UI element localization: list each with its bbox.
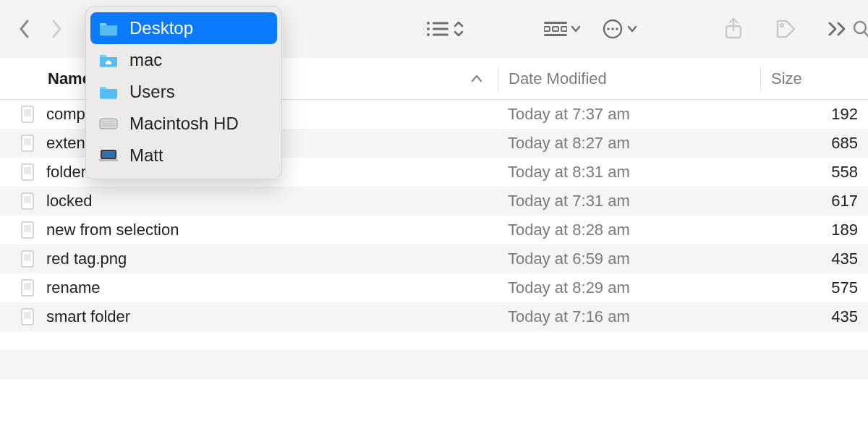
search-icon	[854, 19, 868, 39]
svg-rect-5	[433, 34, 448, 36]
updown-icon	[453, 20, 464, 38]
svg-rect-8	[553, 27, 558, 31]
svg-rect-7	[544, 27, 550, 31]
path-item-label: Users	[129, 82, 175, 102]
path-item-label: Desktop	[129, 18, 193, 38]
path-item-label: mac	[129, 50, 162, 70]
share-button[interactable]	[718, 13, 749, 45]
home-folder-icon	[98, 52, 119, 68]
file-name: smart folder	[39, 307, 498, 326]
footer-bar	[0, 350, 868, 379]
share-icon	[723, 17, 744, 41]
path-item-users[interactable]: Users	[90, 76, 277, 108]
computer-icon	[98, 148, 119, 163]
svg-rect-38	[100, 89, 117, 98]
file-size: 558	[760, 163, 868, 182]
file-size: 435	[760, 250, 868, 268]
column-header-date[interactable]: Date Modified	[498, 69, 760, 88]
chevron-down-icon	[626, 23, 638, 35]
svg-rect-10	[544, 34, 567, 36]
file-name: red tag.png	[39, 250, 498, 268]
file-size: 189	[760, 221, 868, 239]
chevron-right-icon	[50, 19, 63, 39]
path-item-matt[interactable]: Matt	[90, 140, 277, 171]
svg-point-2	[427, 27, 430, 30]
file-icon	[0, 221, 39, 239]
svg-point-13	[611, 27, 614, 30]
column-header-label: Date Modified	[509, 69, 607, 88]
svg-point-17	[780, 24, 783, 27]
file-date: Today at 8:29 am	[498, 278, 760, 297]
file-size: 617	[760, 192, 868, 210]
file-date: Today at 8:27 am	[498, 134, 760, 153]
column-header-size[interactable]: Size	[761, 69, 868, 88]
file-date: Today at 7:37 am	[498, 105, 760, 124]
column-header-label: Size	[771, 69, 802, 88]
file-icon	[0, 279, 39, 297]
svg-point-4	[427, 33, 430, 36]
file-icon	[0, 250, 39, 268]
svg-rect-33	[24, 283, 31, 290]
svg-point-14	[616, 27, 618, 30]
disk-icon	[98, 116, 119, 132]
file-name: rename	[39, 278, 498, 297]
tag-icon	[775, 18, 796, 40]
file-row[interactable]: rename Today at 8:29 am 575	[0, 273, 868, 302]
file-date: Today at 7:31 am	[498, 192, 760, 210]
file-icon	[0, 192, 39, 210]
svg-rect-27	[24, 196, 31, 203]
file-date: Today at 6:59 am	[498, 250, 760, 268]
svg-rect-31	[24, 254, 31, 261]
search-button[interactable]	[854, 13, 868, 45]
file-date: Today at 8:28 am	[498, 221, 760, 239]
svg-rect-44	[102, 151, 115, 158]
path-popover: Desktop mac Users Macintosh HD Matt	[85, 6, 282, 179]
path-item-macintosh-hd[interactable]: Macintosh HD	[90, 108, 277, 140]
back-button[interactable]	[9, 13, 41, 45]
svg-rect-36	[100, 25, 117, 35]
path-item-desktop[interactable]: Desktop	[90, 12, 277, 44]
file-size: 435	[760, 307, 868, 326]
footer-gap	[0, 331, 868, 350]
svg-rect-29	[24, 225, 31, 232]
file-date: Today at 7:16 am	[498, 307, 760, 326]
folder-icon	[98, 20, 119, 36]
file-date: Today at 8:31 am	[498, 163, 760, 182]
view-list-button[interactable]	[425, 20, 464, 38]
file-row[interactable]: new from selection Today at 8:28 am 189	[0, 216, 868, 244]
tags-button[interactable]	[770, 13, 801, 45]
column-header-label: Name	[48, 69, 91, 88]
svg-rect-3	[433, 28, 448, 30]
svg-rect-6	[544, 22, 567, 24]
file-icon	[0, 135, 39, 152]
svg-rect-9	[561, 27, 567, 31]
svg-line-19	[864, 32, 868, 36]
file-icon	[0, 163, 39, 181]
path-item-label: Macintosh HD	[129, 114, 239, 134]
file-size: 685	[760, 134, 868, 153]
svg-rect-25	[24, 167, 31, 174]
file-row[interactable]: smart folder Today at 7:16 am 435	[0, 302, 868, 331]
path-item-mac[interactable]: mac	[90, 44, 277, 76]
group-by-button[interactable]	[544, 20, 582, 38]
folder-icon	[98, 84, 119, 100]
sort-caret-icon	[470, 74, 483, 84]
overflow-button[interactable]	[822, 13, 854, 45]
ellipsis-circle-icon	[602, 18, 624, 40]
double-chevron-right-icon	[827, 21, 848, 37]
file-icon	[0, 308, 39, 326]
svg-point-0	[427, 22, 430, 25]
svg-rect-45	[99, 159, 118, 161]
svg-point-12	[607, 27, 610, 30]
forward-button[interactable]	[41, 13, 72, 45]
file-row[interactable]: red tag.png Today at 6:59 am 435	[0, 244, 868, 273]
file-size: 192	[760, 105, 868, 124]
action-menu-button[interactable]	[602, 18, 638, 40]
file-name: locked	[39, 192, 498, 210]
list-view-icon	[425, 20, 450, 38]
file-icon	[0, 106, 39, 123]
file-row[interactable]: locked Today at 7:31 am 617	[0, 187, 868, 216]
path-item-label: Matt	[129, 145, 163, 166]
group-icon	[544, 20, 567, 38]
svg-rect-35	[24, 312, 31, 319]
